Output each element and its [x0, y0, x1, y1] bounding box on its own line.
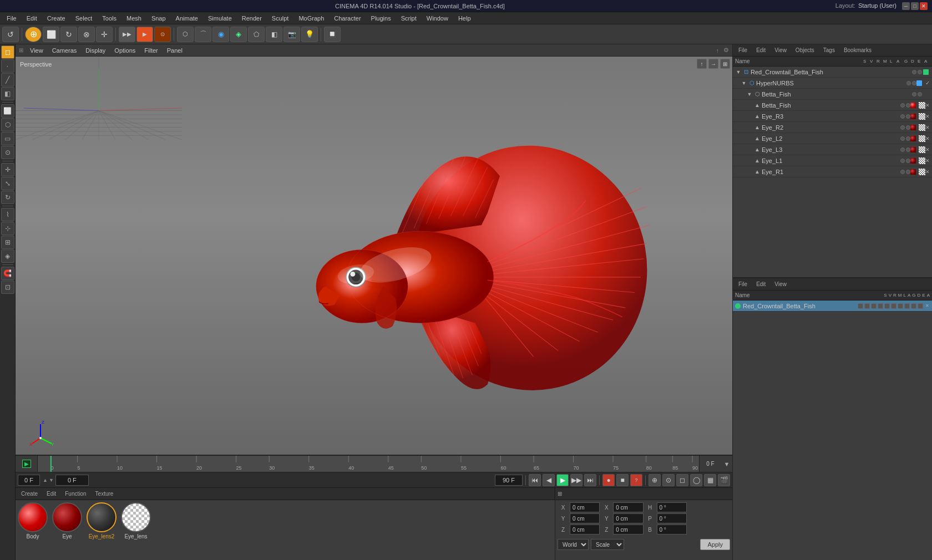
vp-menu-filter[interactable]: Filter	[142, 47, 160, 54]
menu-animate[interactable]: Animate	[171, 14, 202, 23]
layer-tab-view[interactable]: View	[771, 280, 790, 288]
coord-z-input[interactable]	[570, 525, 600, 534]
current-frame-input[interactable]	[18, 475, 40, 486]
light-button[interactable]: 💡	[301, 27, 318, 42]
keyframe-selection-button[interactable]: ◻	[676, 474, 688, 486]
obj-tab-edit[interactable]: Edit	[753, 46, 769, 54]
vp-menu-view[interactable]: View	[28, 47, 45, 54]
menu-sculpt[interactable]: Sculpt	[267, 14, 293, 23]
point-mode-button[interactable]: ·	[1, 59, 14, 73]
select-tool-button[interactable]: ⬜	[43, 27, 59, 42]
material-item-eyelens[interactable]: Eye_lens	[121, 502, 151, 539]
lasso-selection-button[interactable]: ⊙	[1, 146, 14, 159]
render-preview-button[interactable]: 🎬	[718, 474, 730, 486]
layer-icon-r[interactable]	[871, 303, 877, 309]
menu-select[interactable]: Select	[71, 14, 97, 23]
tree-item-root[interactable]: ▼ ⊡ Red_Crowntail_Betta_Fish	[733, 67, 932, 78]
go-start-button[interactable]: ⏮	[529, 474, 541, 486]
tree-item-eye-l1[interactable]: ▲ Eye_L1 ✕	[733, 155, 932, 166]
timeline-ruler[interactable]: 0 5 10 15 20 25 30 35 40 45 50 55	[38, 456, 699, 472]
undo-button[interactable]: ↺	[2, 27, 19, 42]
timeline-expand-btn[interactable]: ▼	[724, 461, 730, 467]
vp-icon-up[interactable]: ↑	[697, 59, 707, 69]
brush-tool-button[interactable]: ⊹	[1, 222, 14, 235]
move-button[interactable]: ✛	[1, 163, 14, 176]
tree-item-bettafish-mesh[interactable]: ▲ Betta_Fish ✕	[733, 100, 932, 111]
layer-tab-edit[interactable]: Edit	[753, 280, 769, 288]
layer-icon-a[interactable]	[891, 303, 896, 309]
display-mode-button[interactable]: 🔲	[324, 27, 341, 42]
spline-tool-button[interactable]: ⌒	[195, 27, 211, 42]
layer-icon-l[interactable]	[884, 303, 890, 309]
space-dropdown[interactable]: World Local	[558, 539, 589, 550]
tree-item-bettafish[interactable]: ▼ ⬡ Betta_Fish	[733, 89, 932, 100]
menu-help[interactable]: Help	[454, 14, 475, 23]
current-frame-display[interactable]	[55, 475, 89, 486]
vp-menu-display[interactable]: Display	[83, 47, 108, 54]
null-object-button[interactable]: ⬡	[177, 27, 194, 42]
live-selection-button[interactable]: ⬡	[1, 118, 14, 131]
primitive-button[interactable]: ◈	[230, 27, 247, 42]
rotate-button[interactable]: ↻	[1, 191, 14, 204]
vp-menu-options[interactable]: Options	[112, 47, 138, 54]
object-tree[interactable]: ▼ ⊡ Red_Crowntail_Betta_Fish ▼ ⬡ HyperNU…	[733, 67, 932, 277]
obj-tab-tags[interactable]: Tags	[820, 46, 838, 54]
menu-character[interactable]: Character	[330, 14, 365, 23]
deformer-button[interactable]: ⬠	[248, 27, 265, 42]
interactive-render-button[interactable]: ⊙	[154, 27, 171, 42]
menu-mograph[interactable]: MoGraph	[294, 14, 328, 23]
move-tool-button[interactable]: ⊕	[25, 27, 42, 42]
apply-button[interactable]: Apply	[700, 539, 730, 550]
coord-pz-input[interactable]	[613, 525, 643, 534]
layer-item-main[interactable]: Red_Crowntail_Betta_Fish	[733, 301, 932, 312]
layer-icon-a2[interactable]	[918, 303, 923, 309]
workplane-button[interactable]: ⊡	[1, 281, 14, 294]
layer-icon-v[interactable]	[864, 303, 870, 309]
go-end-button[interactable]: ⏭	[584, 474, 596, 486]
menu-create[interactable]: Create	[43, 14, 70, 23]
tree-item-eye-r2[interactable]: ▲ Eye_R2 ✕	[733, 122, 932, 133]
knife-tool-button[interactable]: ⌇	[1, 208, 14, 221]
tree-item-eye-r3[interactable]: ▲ Eye_R3 ✕	[733, 111, 932, 122]
edge-mode-button[interactable]: ╱	[1, 73, 14, 86]
menu-file[interactable]: File	[2, 14, 21, 23]
transform-tool-button[interactable]: ✛	[96, 27, 113, 42]
vp-menu-cameras[interactable]: Cameras	[50, 47, 79, 54]
vp-menu-panel[interactable]: Panel	[165, 47, 185, 54]
obj-tab-objects[interactable]: Objects	[792, 46, 818, 54]
menu-mesh[interactable]: Mesh	[122, 14, 146, 23]
menu-snap[interactable]: Snap	[147, 14, 170, 23]
tree-item-eye-l2[interactable]: ▲ Eye_L2 ✕	[733, 133, 932, 144]
layer-content[interactable]: Red_Crowntail_Betta_Fish	[733, 301, 932, 560]
coord-p-input[interactable]	[657, 513, 687, 523]
scale-button[interactable]: ⤡	[1, 177, 14, 190]
material-item-body[interactable]: Body	[18, 502, 48, 539]
menu-render[interactable]: Render	[237, 14, 266, 23]
render-to-picture-viewer-button[interactable]: ▶▶	[119, 27, 135, 42]
menu-plugins[interactable]: Plugins	[367, 14, 396, 23]
menu-script[interactable]: Script	[397, 14, 421, 23]
rectangle-selection-button[interactable]: ▭	[1, 132, 14, 145]
coord-py-input[interactable]	[613, 513, 643, 523]
coord-h-input[interactable]	[657, 502, 687, 512]
keyframe-remove-button[interactable]: ⊙	[662, 474, 675, 486]
model-mode-button[interactable]: ◻	[1, 45, 14, 59]
rotate-tool-button[interactable]: ↻	[60, 27, 77, 42]
menu-tools[interactable]: Tools	[98, 14, 121, 23]
maximize-button[interactable]: □	[911, 2, 919, 10]
vp-icon-right[interactable]: →	[708, 59, 718, 69]
obj-tab-file[interactable]: File	[735, 46, 751, 54]
close-button[interactable]: ✕	[920, 2, 928, 10]
polygon-mode-button[interactable]: ◧	[1, 87, 14, 100]
menu-edit[interactable]: Edit	[22, 14, 42, 23]
effector-button[interactable]: ◧	[266, 27, 282, 42]
material-item-eyelens2[interactable]: Eye_lens2	[87, 502, 116, 539]
coord-px-input[interactable]	[613, 502, 643, 512]
nurbs-button[interactable]: ◉	[212, 27, 229, 42]
minimize-button[interactable]: ─	[902, 2, 910, 10]
record-button[interactable]: ●	[602, 474, 615, 486]
extrude-button[interactable]: ⊞	[1, 236, 14, 249]
tree-item-hypernurbs[interactable]: ▼ ⬡ HyperNURBS ✓	[733, 78, 932, 89]
autokey-button[interactable]: ?	[630, 474, 642, 486]
obj-tab-bookmarks[interactable]: Bookmarks	[840, 46, 875, 54]
